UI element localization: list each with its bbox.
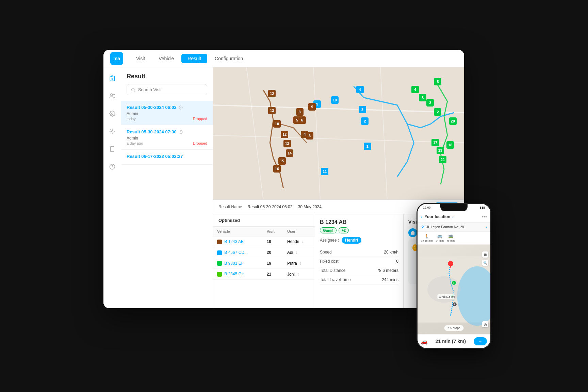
svg-line-21	[213, 135, 464, 143]
scene: ma Visit Vehicle Result Configuration	[90, 43, 498, 349]
marker-green-4[interactable]: 4	[411, 86, 419, 93]
search-box[interactable]	[127, 84, 207, 95]
marker-blue-4[interactable]: 4	[356, 86, 364, 93]
phone-forward-button[interactable]: ›	[452, 214, 454, 219]
main-window: ma Visit Vehicle Result Configuration	[103, 50, 464, 308]
info-icon	[179, 105, 183, 110]
transport-bus[interactable]: 🚌 24 min	[436, 234, 444, 242]
vehicle-tag-row: Ganjil +2	[320, 227, 398, 233]
layers-button[interactable]: ⊞	[482, 251, 488, 258]
phone-more-button[interactable]: •••	[482, 214, 487, 219]
table-row[interactable]: B 9801 EF 19 Putra ↕	[213, 258, 315, 269]
phone-back-button[interactable]: ‹	[421, 214, 423, 219]
transport-walk[interactable]: 🚶 1h 15 min	[421, 234, 433, 242]
marker-green-13[interactable]: 13	[437, 147, 444, 154]
col-user: User	[283, 227, 315, 236]
sidebar-icon-users[interactable]	[107, 91, 118, 101]
phone-go-button[interactable]: →	[474, 337, 487, 345]
marker-brown-12b[interactable]: 12	[281, 131, 288, 138]
result-name-value: Result 05-30-2024 06:02	[247, 205, 292, 209]
marker-brown-3[interactable]: 3	[306, 132, 313, 140]
marker-brown-13b[interactable]: 13	[283, 140, 291, 147]
marker-brown-16[interactable]: 16	[273, 165, 281, 173]
marker-blue-11[interactable]: 11	[321, 168, 328, 175]
marker-green-21[interactable]: 21	[439, 156, 446, 163]
bus-time: 24 min	[436, 239, 444, 242]
vehicle-color-blue	[217, 250, 222, 255]
search-input[interactable]	[138, 87, 203, 92]
result-item-1[interactable]: Result 05-30-2024 06:02 Admin today Drop…	[121, 101, 213, 125]
sidebar-icon-clipboard[interactable]	[107, 73, 118, 84]
assignee-row: Assignee : Hendri	[320, 237, 398, 244]
info-icon-2	[179, 130, 183, 134]
marker-brown-14[interactable]: 14	[286, 149, 293, 157]
sidebar-icon-help[interactable]	[107, 161, 118, 172]
compass-button[interactable]: ◎	[482, 321, 488, 327]
result-name-label: Result Name	[218, 205, 242, 209]
assignee-label: Assignee :	[320, 238, 339, 243]
marker-brown-8[interactable]: 8	[296, 108, 304, 116]
svg-line-23	[313, 67, 320, 199]
marker-blue-10[interactable]: 10	[331, 96, 339, 104]
left-panel: Result Result 05-30-2024 06:02	[121, 67, 213, 308]
sidebar-icon-phone[interactable]	[107, 144, 118, 154]
vehicle-detail-title: B 1234 AB	[320, 219, 398, 225]
marker-blue-1[interactable]: 1	[364, 143, 371, 150]
train-time: 45 min	[446, 239, 455, 242]
detail-stats-table: Speed 20 km/h Fixed cost 0 Total Distanc…	[320, 248, 398, 284]
table-row[interactable]: B 2345 GH 21 Joni ↕	[213, 269, 315, 280]
phone-screen: 12:00 ▮▮▮ ‹ Your location › ••• JL Letje…	[418, 204, 490, 348]
marker-brown-13[interactable]: 13	[268, 107, 276, 114]
vehicle-name: B 1243 AB	[213, 236, 263, 247]
result-item-3[interactable]: Result 06-17-2023 05:02:27	[121, 150, 213, 165]
tag-plus2: +2	[339, 227, 349, 233]
table-row[interactable]: B 4567 CD... 20 Adi ↕	[213, 247, 315, 258]
phone-stops-counter: ○ 5 stops	[444, 325, 464, 331]
marker-blue-2[interactable]: 2	[361, 117, 369, 125]
marker-brown-6[interactable]: 6	[298, 116, 306, 124]
transport-train[interactable]: 🚎 45 min	[446, 234, 455, 242]
stat-distance: Total Distance 78,6 meters	[320, 266, 398, 275]
result-list: Result 05-30-2024 06:02 Admin today Drop…	[121, 98, 213, 308]
marker-brown-12[interactable]: 12	[268, 90, 276, 97]
map-area[interactable]: 4 10 9 11 3 2 1 5 4 8 3 2 20 1	[213, 67, 464, 199]
search-map-button[interactable]: 🔍	[482, 260, 488, 266]
nav-tab-configuration[interactable]: Configuration	[209, 54, 249, 63]
marker-brown-15[interactable]: 15	[278, 157, 286, 165]
nav-tab-vehicle[interactable]: Vehicle	[152, 54, 180, 63]
user-select-0[interactable]: Hendri ↕	[283, 236, 315, 247]
svg-point-4	[113, 94, 114, 95]
sidebar-icon-gear[interactable]	[107, 108, 118, 119]
vehicle-color-green	[217, 261, 222, 266]
marker-green-17[interactable]: 17	[431, 139, 439, 146]
table-row[interactable]: B 1243 AB 19 Hendri ↕	[213, 236, 315, 247]
vehicle-name-2: B 9801 EF	[213, 258, 263, 269]
marker-brown-10[interactable]: 10	[273, 120, 281, 128]
marker-blue-3[interactable]: 3	[359, 106, 366, 113]
result-item-meta-1: today Dropped	[127, 117, 207, 121]
result-item-2[interactable]: Result 05-30-2024 07:30 Admin a day ago …	[121, 125, 213, 150]
stat-speed: Speed 20 km/h	[320, 248, 398, 257]
nav-tab-result[interactable]: Result	[181, 54, 207, 63]
marker-green-2[interactable]: 2	[434, 108, 441, 116]
marker-green-5[interactable]: 5	[434, 78, 441, 85]
phone-address-arrow[interactable]: ›	[486, 225, 487, 229]
result-item-title-1: Result 05-30-2024 06:02	[127, 105, 207, 110]
marker-green-18[interactable]: 18	[446, 141, 454, 149]
result-item-title-2: Result 05-30-2024 07:30	[127, 129, 207, 134]
vehicle-name-1: B 4567 CD...	[213, 247, 263, 258]
phone-map-area[interactable]: 1 2 23 min (7,5 km) 7 ○ 5 stops ⊞	[418, 245, 490, 334]
user-select-1[interactable]: Adi ↕	[283, 247, 315, 258]
nav-tab-visit[interactable]: Visit	[130, 54, 151, 63]
result-item-user-1: Admin	[127, 111, 207, 116]
user-select-2[interactable]: Putra ↕	[283, 258, 315, 269]
date-value: 30 May 2024	[298, 205, 321, 209]
mobile-phone: 12:00 ▮▮▮ ‹ Your location › ••• JL Letje…	[416, 203, 491, 349]
marker-green-3[interactable]: 3	[426, 99, 434, 107]
left-panel-title: Result	[127, 73, 207, 80]
sidebar-icon-cog[interactable]	[107, 126, 118, 137]
marker-green-20[interactable]: 20	[449, 117, 457, 125]
user-select-3[interactable]: Joni ↕	[283, 269, 315, 280]
marker-green-8[interactable]: 8	[419, 94, 426, 101]
marker-brown-9[interactable]: 9	[308, 103, 316, 111]
